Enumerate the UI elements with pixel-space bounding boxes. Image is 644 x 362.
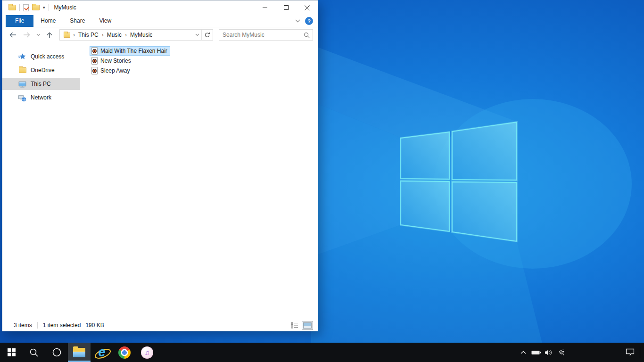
computer-icon: [18, 80, 26, 88]
address-dropdown-button[interactable]: [193, 30, 201, 40]
sidebar-item-label: This PC: [31, 81, 51, 87]
sidebar-item-label: Network: [31, 94, 51, 101]
refresh-button[interactable]: [201, 30, 213, 40]
sidebar-item-quick-access[interactable]: Quick access: [2, 50, 80, 63]
ribbon-tab-bar: File Home Share View ?: [2, 15, 318, 27]
windows-logo-icon: [8, 348, 16, 356]
close-icon: [305, 5, 310, 10]
breadcrumb-this-pc[interactable]: This PC: [76, 32, 101, 38]
wifi-icon: [559, 349, 568, 356]
system-tray: [517, 343, 644, 362]
breadcrumb-mymusic[interactable]: MyMusic: [128, 32, 155, 38]
recent-locations-button[interactable]: [36, 33, 41, 36]
up-arrow-icon: [46, 32, 53, 39]
cortana-circle-icon: [52, 348, 61, 357]
tab-home[interactable]: Home: [33, 15, 63, 27]
breadcrumb: › This PC › Music › MyMusic: [60, 30, 193, 40]
volume-button[interactable]: [543, 343, 556, 362]
file-list: Maid With The Flaxen Hair New Stories Sl…: [80, 42, 318, 320]
tab-share[interactable]: Share: [63, 15, 92, 27]
action-center-icon: [626, 348, 635, 356]
qat-separator: [19, 4, 20, 11]
expand-ribbon-chevron-icon[interactable]: [295, 19, 300, 23]
new-folder-icon[interactable]: [32, 5, 40, 10]
sidebar-item-this-pc[interactable]: This PC: [2, 78, 80, 90]
music-file-icon: [91, 57, 98, 65]
chevron-down-icon: [195, 33, 199, 36]
taskbar: e ♫: [0, 343, 644, 362]
thumbnail-view-icon: [303, 322, 312, 329]
search-icon[interactable]: [300, 32, 313, 38]
forward-arrow-icon: [23, 32, 31, 38]
tab-view[interactable]: View: [92, 15, 118, 27]
minimize-icon: [263, 5, 267, 10]
music-file-icon: [91, 47, 98, 55]
itunes-icon: ♫: [141, 346, 153, 359]
file-item-sleep-away[interactable]: Sleep Away: [90, 66, 133, 75]
refresh-icon: [204, 32, 210, 38]
file-name: New Stories: [100, 58, 131, 64]
address-bar: › This PC › Music › MyMusic: [2, 27, 318, 42]
battery-status-button[interactable]: [529, 343, 543, 362]
hidden-icons-button[interactable]: [517, 343, 529, 362]
chrome-icon: [118, 346, 131, 359]
breadcrumb-separator: ›: [73, 32, 75, 38]
properties-icon[interactable]: [23, 4, 29, 11]
show-desktop-button[interactable]: [640, 343, 644, 362]
breadcrumb-separator: ›: [125, 32, 127, 38]
window-controls: [254, 0, 318, 15]
start-button[interactable]: [0, 343, 23, 362]
taskbar-file-explorer-button[interactable]: [68, 343, 91, 362]
music-file-icon: [91, 67, 98, 74]
quick-access-star-icon: [18, 53, 26, 61]
close-button[interactable]: [297, 0, 318, 15]
action-center-button[interactable]: [620, 343, 640, 362]
window-folder-icon[interactable]: [8, 5, 16, 10]
minimize-button[interactable]: [254, 0, 275, 15]
navigation-pane: Quick access OneDrive This PC Network: [2, 42, 80, 320]
taskbar-itunes-button[interactable]: ♫: [136, 343, 158, 362]
taskbar-internet-explorer-button[interactable]: e: [91, 343, 113, 362]
qat-customize-caret-icon[interactable]: ▾: [43, 6, 45, 10]
status-selection: 1 item selected: [43, 322, 81, 329]
back-button[interactable]: [9, 32, 17, 38]
address-folder-icon[interactable]: [64, 33, 70, 38]
status-selection-size: 190 KB: [85, 322, 104, 329]
taskbar-chrome-button[interactable]: [113, 343, 136, 362]
chevron-up-icon: [520, 351, 526, 354]
file-explorer-icon: [73, 348, 85, 357]
file-item-new-stories[interactable]: New Stories: [90, 56, 134, 66]
chevron-down-icon: [36, 33, 41, 36]
explorer-body: Quick access OneDrive This PC Network: [2, 42, 318, 320]
sidebar-item-network[interactable]: Network: [2, 91, 80, 104]
status-bar: 3 items 1 item selected 190 KB: [2, 320, 318, 331]
cortana-button[interactable]: [45, 343, 68, 362]
tab-file[interactable]: File: [6, 15, 33, 27]
search-input[interactable]: [219, 32, 300, 38]
details-view-button[interactable]: [289, 321, 300, 330]
taskbar-search-button[interactable]: [23, 343, 45, 362]
speaker-icon: [545, 349, 553, 356]
sidebar-item-label: Quick access: [31, 53, 64, 60]
search-icon: [29, 348, 39, 357]
help-button[interactable]: ?: [305, 17, 313, 25]
title-bar[interactable]: ▾ MyMusic: [2, 0, 318, 15]
sidebar-item-onedrive[interactable]: OneDrive: [2, 64, 80, 76]
file-name: Sleep Away: [100, 67, 130, 74]
large-icons-view-button[interactable]: [302, 321, 313, 330]
up-button[interactable]: [46, 32, 53, 39]
breadcrumb-separator: ›: [102, 32, 104, 38]
qat-separator: [49, 4, 49, 11]
file-explorer-window: ▾ MyMusic File Home Share View ?: [2, 0, 318, 331]
forward-button[interactable]: [23, 32, 31, 38]
network-icon: [18, 94, 26, 102]
back-arrow-icon: [9, 32, 17, 38]
wifi-button[interactable]: [556, 343, 571, 362]
file-name: Maid With The Flaxen Hair: [100, 48, 167, 54]
file-item-maid-with-the-flaxen-hair[interactable]: Maid With The Flaxen Hair: [90, 46, 170, 56]
address-box[interactable]: › This PC › Music › MyMusic: [59, 29, 213, 41]
status-item-count: 3 items: [14, 322, 32, 329]
maximize-button[interactable]: [275, 0, 297, 15]
breadcrumb-music[interactable]: Music: [105, 32, 124, 38]
internet-explorer-icon: e: [95, 346, 109, 360]
